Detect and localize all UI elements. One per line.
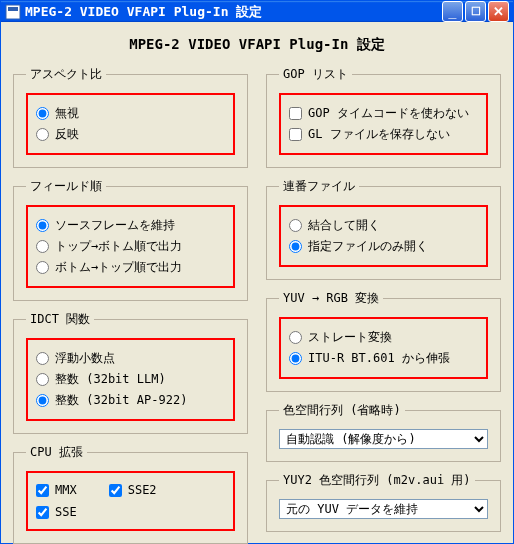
aspect-reflect-radio[interactable]: [36, 128, 49, 141]
renban-group: 連番ファイル 結合して開く 指定ファイルのみ開く: [266, 178, 501, 280]
client-area: MPEG-2 VIDEO VFAPI Plug-In 設定 アスペクト比 無視 …: [1, 22, 513, 544]
cpu-legend: CPU 拡張: [26, 444, 87, 461]
matrix-yuy2-select[interactable]: 元の YUV データを維持: [279, 499, 488, 519]
cpu-sse2-label: SSE2: [128, 483, 157, 497]
page-title: MPEG-2 VIDEO VFAPI Plug-In 設定: [13, 36, 501, 54]
aspect-legend: アスペクト比: [26, 66, 106, 83]
app-icon: [5, 4, 21, 20]
renban-legend: 連番ファイル: [279, 178, 359, 195]
matrix-yuy2-legend: YUY2 色空間行列 (m2v.aui 用): [279, 472, 475, 489]
idct-int32ap-label: 整数 (32bit AP-922): [55, 392, 187, 409]
yuvrgb-bt601-label: ITU-R BT.601 から伸張: [308, 350, 450, 367]
matrix-ellipsis-select[interactable]: 自動認識 (解像度から): [279, 429, 488, 449]
idct-int32llm-option[interactable]: 整数 (32bit LLM): [36, 371, 225, 388]
yuvrgb-bt601-radio[interactable]: [289, 352, 302, 365]
cpu-sse-checkbox[interactable]: [36, 506, 49, 519]
gop-highlight: GOP タイムコードを使わない GL ファイルを保存しない: [279, 93, 488, 155]
idct-int32llm-label: 整数 (32bit LLM): [55, 371, 166, 388]
idct-int32llm-radio[interactable]: [36, 373, 49, 386]
fieldorder-group: フィールド順 ソースフレームを維持 トップ→ボトム順で出力 ボトム→トップ: [13, 178, 248, 301]
fieldorder-highlight: ソースフレームを維持 トップ→ボトム順で出力 ボトム→トップ順で出力: [26, 205, 235, 288]
aspect-ignore-option[interactable]: 無視: [36, 105, 225, 122]
cpu-group: CPU 拡張 MMX SSE2: [13, 444, 248, 544]
gop-notimecode-label: GOP タイムコードを使わない: [308, 105, 469, 122]
maximize-button[interactable]: ☐: [465, 1, 486, 22]
idct-float-label: 浮動小数点: [55, 350, 115, 367]
renban-only-option[interactable]: 指定ファイルのみ開く: [289, 238, 478, 255]
idct-int32ap-option[interactable]: 整数 (32bit AP-922): [36, 392, 225, 409]
yuvrgb-straight-label: ストレート変換: [308, 329, 392, 346]
fieldorder-source-option[interactable]: ソースフレームを維持: [36, 217, 225, 234]
titlebar[interactable]: MPEG-2 VIDEO VFAPI Plug-In 設定 _ ☐ ✕: [1, 1, 513, 22]
fieldorder-bt-label: ボトム→トップ順で出力: [55, 259, 182, 276]
gop-notimecode-checkbox[interactable]: [289, 107, 302, 120]
window-frame: MPEG-2 VIDEO VFAPI Plug-In 設定 _ ☐ ✕ MPEG…: [0, 0, 514, 544]
window-title: MPEG-2 VIDEO VFAPI Plug-In 設定: [25, 3, 440, 21]
close-button[interactable]: ✕: [488, 1, 509, 22]
renban-only-radio[interactable]: [289, 240, 302, 253]
renban-join-option[interactable]: 結合して開く: [289, 217, 478, 234]
fieldorder-legend: フィールド順: [26, 178, 106, 195]
fieldorder-tb-option[interactable]: トップ→ボトム順で出力: [36, 238, 225, 255]
aspect-highlight: 無視 反映: [26, 93, 235, 155]
cpu-sse-label: SSE: [55, 505, 77, 519]
yuvrgb-bt601-option[interactable]: ITU-R BT.601 から伸張: [289, 350, 478, 367]
gop-nosavegl-label: GL ファイルを保存しない: [308, 126, 450, 143]
gop-notimecode-option[interactable]: GOP タイムコードを使わない: [289, 105, 478, 122]
cpu-mmx-option[interactable]: MMX: [36, 483, 77, 497]
yuvrgb-legend: YUV → RGB 変換: [279, 290, 383, 307]
fieldorder-tb-label: トップ→ボトム順で出力: [55, 238, 182, 255]
cpu-sse2-checkbox[interactable]: [109, 484, 122, 497]
fieldorder-source-radio[interactable]: [36, 219, 49, 232]
cpu-mmx-label: MMX: [55, 483, 77, 497]
idct-group: IDCT 関数 浮動小数点 整数 (32bit LLM) 整数 (32bi: [13, 311, 248, 434]
minimize-button[interactable]: _: [442, 1, 463, 22]
fieldorder-bt-option[interactable]: ボトム→トップ順で出力: [36, 259, 225, 276]
cpu-mmx-checkbox[interactable]: [36, 484, 49, 497]
yuvrgb-highlight: ストレート変換 ITU-R BT.601 から伸張: [279, 317, 488, 379]
matrix-ellipsis-legend: 色空間行列 (省略時): [279, 402, 405, 419]
gop-group: GOP リスト GOP タイムコードを使わない GL ファイルを保存しない: [266, 66, 501, 168]
idct-float-option[interactable]: 浮動小数点: [36, 350, 225, 367]
yuvrgb-group: YUV → RGB 変換 ストレート変換 ITU-R BT.601 から伸張: [266, 290, 501, 392]
idct-float-radio[interactable]: [36, 352, 49, 365]
renban-highlight: 結合して開く 指定ファイルのみ開く: [279, 205, 488, 267]
idct-int32ap-radio[interactable]: [36, 394, 49, 407]
aspect-reflect-label: 反映: [55, 126, 79, 143]
renban-join-radio[interactable]: [289, 219, 302, 232]
yuvrgb-straight-radio[interactable]: [289, 331, 302, 344]
idct-legend: IDCT 関数: [26, 311, 94, 328]
cpu-sse-option[interactable]: SSE: [36, 505, 225, 519]
svg-rect-1: [8, 7, 18, 11]
renban-only-label: 指定ファイルのみ開く: [308, 238, 428, 255]
gop-nosavegl-checkbox[interactable]: [289, 128, 302, 141]
aspect-ignore-label: 無視: [55, 105, 79, 122]
fieldorder-source-label: ソースフレームを維持: [55, 217, 175, 234]
matrix-yuy2-group: YUY2 色空間行列 (m2v.aui 用) 元の YUV データを維持: [266, 472, 501, 532]
fieldorder-bt-radio[interactable]: [36, 261, 49, 274]
gop-nosavegl-option[interactable]: GL ファイルを保存しない: [289, 126, 478, 143]
matrix-ellipsis-group: 色空間行列 (省略時) 自動認識 (解像度から): [266, 402, 501, 462]
aspect-reflect-option[interactable]: 反映: [36, 126, 225, 143]
aspect-ignore-radio[interactable]: [36, 107, 49, 120]
aspect-group: アスペクト比 無視 反映: [13, 66, 248, 168]
fieldorder-tb-radio[interactable]: [36, 240, 49, 253]
renban-join-label: 結合して開く: [308, 217, 380, 234]
gop-legend: GOP リスト: [279, 66, 352, 83]
cpu-highlight: MMX SSE2 SSE: [26, 471, 235, 531]
cpu-sse2-option[interactable]: SSE2: [109, 483, 157, 497]
yuvrgb-straight-option[interactable]: ストレート変換: [289, 329, 478, 346]
idct-highlight: 浮動小数点 整数 (32bit LLM) 整数 (32bit AP-922): [26, 338, 235, 421]
